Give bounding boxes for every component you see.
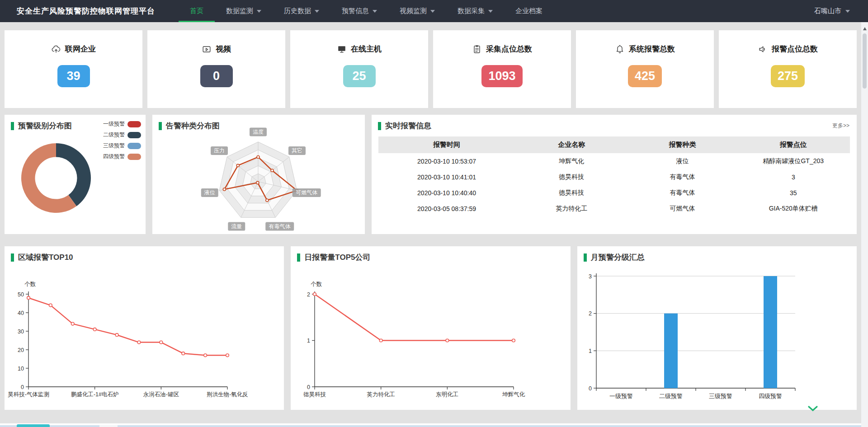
donut-chart xyxy=(5,130,146,234)
radar-axis-label: 有毒气体 xyxy=(265,222,294,231)
radar-axis-label: 液位 xyxy=(201,188,218,197)
daily-top5-line-chart: 个数012德昊科技英力特化工东明化工坤辉气化 xyxy=(294,268,572,399)
svg-text:昊科技-气体监测: 昊科技-气体监测 xyxy=(8,391,49,398)
panel-title: 日报警量TOP5公司 xyxy=(291,246,570,263)
nav-item-enterprise-archive[interactable]: 企业档案 xyxy=(504,0,554,22)
svg-text:1: 1 xyxy=(589,348,592,354)
svg-text:温度: 温度 xyxy=(253,129,264,135)
stat-card-header: 在线主机 xyxy=(290,44,428,54)
nav-item-label: 企业档案 xyxy=(515,7,542,15)
next-section-tab xyxy=(99,425,118,427)
svg-text:永润石油-罐区: 永润石油-罐区 xyxy=(143,391,179,398)
stat-card-header: 系统报警总数 xyxy=(576,44,714,54)
panel-title: 区域报警TOP10 xyxy=(5,246,284,263)
next-section-band xyxy=(0,425,861,427)
scrollbar-thumb[interactable] xyxy=(863,33,867,89)
chevron-down-icon xyxy=(373,10,377,13)
bottom-row: 区域报警TOP10 个数01020304050昊科技-气体监测鹏盛化工-1#电石… xyxy=(5,246,857,410)
table-cell: 精醇南罐液位GT_203 xyxy=(737,153,850,169)
next-section-edge xyxy=(0,423,861,427)
svg-text:0: 0 xyxy=(589,385,592,392)
panel-realtime-alarms: 实时报警信息 更多>> 报警时间企业名称报警种类报警点位2020-03-10 1… xyxy=(372,115,857,234)
stat-card-header: 视频 xyxy=(147,44,285,54)
nav-item-data-monitoring[interactable]: 数据监测 xyxy=(215,0,273,22)
radar-axis-label: 温度 xyxy=(250,128,267,136)
radar-axis-label: 可燃气体 xyxy=(292,188,321,197)
scrollbar-up-arrow-icon[interactable] xyxy=(863,27,867,30)
svg-text:0: 0 xyxy=(307,384,310,390)
panel-alarm-type-distribution: 告警种类分布图 温度其它可燃气体有毒气体流量液位压力 xyxy=(152,115,365,234)
svg-text:2: 2 xyxy=(589,310,592,317)
svg-text:德昊科技: 德昊科技 xyxy=(303,391,326,398)
nav-item-label: 数据监测 xyxy=(226,7,253,15)
svg-text:一级预警: 一级预警 xyxy=(609,393,633,399)
stats-row: 联网企业39视频0在线主机25采集点位总数1093系统报警总数425报警点位总数… xyxy=(5,30,857,108)
nav-item-label: 数据采集 xyxy=(458,7,485,15)
stat-card-connected-enterprises: 联网企业39 xyxy=(5,30,142,108)
svg-text:荆洪生物-氧化反: 荆洪生物-氧化反 xyxy=(207,391,248,398)
video-icon xyxy=(202,44,212,54)
legend-item[interactable]: 一级预警 xyxy=(103,120,141,128)
table-cell: GIA-520单体贮槽 xyxy=(737,201,850,216)
svg-text:30: 30 xyxy=(18,328,24,335)
legend-swatch xyxy=(127,121,141,127)
nav-item-label: 预警信息 xyxy=(342,7,369,15)
table-cell: 2020-03-10 10:41:01 xyxy=(378,169,515,185)
svg-text:东明化工: 东明化工 xyxy=(436,391,459,398)
table-cell: 2020-03-10 10:40:40 xyxy=(378,185,515,201)
stat-label: 在线主机 xyxy=(351,44,382,54)
nav-item-data-collection[interactable]: 数据采集 xyxy=(446,0,504,22)
stat-label: 系统报警总数 xyxy=(629,44,675,54)
svg-text:有毒气体: 有毒气体 xyxy=(269,223,291,230)
svg-text:2: 2 xyxy=(307,291,310,298)
stat-value-badge: 275 xyxy=(771,65,805,87)
chevron-down-icon xyxy=(430,10,435,13)
next-section-accent xyxy=(17,424,50,427)
nav-item-label: 历史数据 xyxy=(284,7,311,15)
chevron-down-icon xyxy=(315,10,319,13)
middle-row: 预警级别分布图 一级预警二级预警三级预警四级预警 告警种类分布图 温度其它可燃气… xyxy=(5,115,857,234)
svg-text:鹏盛化工-1#电石炉: 鹏盛化工-1#电石炉 xyxy=(71,391,119,398)
scrollbar[interactable] xyxy=(861,22,868,427)
panel-title: 月预警分级汇总 xyxy=(577,246,857,263)
clipboard-icon xyxy=(472,44,482,54)
table-cell: 德昊科技 xyxy=(515,169,628,185)
monthly-summary-bar-chart: 0123一级预警二级预警三级预警四级预警 xyxy=(581,263,859,412)
title-marker xyxy=(378,122,381,130)
title-marker xyxy=(11,122,14,130)
stat-value-badge: 39 xyxy=(57,65,90,87)
svg-text:二级预警: 二级预警 xyxy=(659,393,683,399)
stat-label: 视频 xyxy=(216,44,231,54)
nav-item-warning-info[interactable]: 预警信息 xyxy=(330,0,388,22)
table-row: 2020-03-10 10:41:01德昊科技有毒气体3 xyxy=(378,169,850,185)
chevron-down-icon xyxy=(257,10,261,13)
nav-item-home[interactable]: 首页 xyxy=(179,0,215,22)
region-selector[interactable]: 石嘴山市 xyxy=(814,7,850,15)
nav-item-label: 视频监测 xyxy=(400,7,427,15)
stat-label: 采集点位总数 xyxy=(486,44,532,54)
nav-item-video-monitoring[interactable]: 视频监测 xyxy=(388,0,446,22)
panel-title: 实时报警信息 xyxy=(372,115,857,131)
table-header-row: 报警时间企业名称报警种类报警点位 xyxy=(378,136,850,153)
app-title: 安全生产风险预警防控物联网管理平台 xyxy=(17,6,155,16)
nav-item-history-data[interactable]: 历史数据 xyxy=(273,0,330,22)
table-row: 2020-03-10 10:40:40德昊科技有毒气体35 xyxy=(378,185,850,201)
panel-monthly-warning-summary: 月预警分级汇总 0123一级预警二级预警三级预警四级预警 xyxy=(577,246,857,410)
radar-axis-label: 流量 xyxy=(228,222,245,231)
alarms-table: 报警时间企业名称报警种类报警点位2020-03-10 10:53:07坤辉气化液… xyxy=(378,136,850,216)
table-cell: 2020-03-10 10:53:07 xyxy=(378,153,515,169)
svg-text:可燃气体: 可燃气体 xyxy=(296,189,317,196)
radar-axis-label: 压力 xyxy=(211,146,228,155)
stat-value-badge: 0 xyxy=(200,65,233,87)
more-link[interactable]: 更多>> xyxy=(832,122,849,130)
title-marker xyxy=(297,253,300,262)
table-cell: 3 xyxy=(737,169,850,185)
table-cell: 有毒气体 xyxy=(628,169,737,185)
scroll-down-chevron-icon[interactable] xyxy=(807,405,818,414)
svg-text:四级预警: 四级预警 xyxy=(759,393,782,399)
table-cell: 有毒气体 xyxy=(628,185,737,201)
legend-label: 一级预警 xyxy=(103,120,125,128)
navbar: 安全生产风险预警防控物联网管理平台 首页数据监测历史数据预警信息视频监测数据采集… xyxy=(0,0,868,22)
column-header: 报警时间 xyxy=(378,136,515,153)
speaker-icon xyxy=(758,44,768,54)
